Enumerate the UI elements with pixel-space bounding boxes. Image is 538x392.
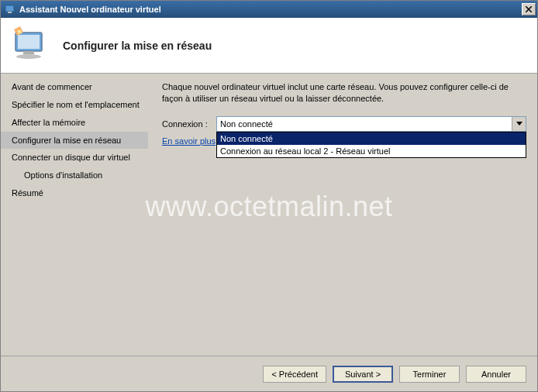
- chevron-down-icon: [512, 117, 526, 131]
- connection-combobox[interactable]: Non connecté: [216, 116, 526, 132]
- page-title: Configurer la mise en réseau: [63, 40, 212, 52]
- app-icon: [4, 3, 16, 15]
- connection-row: Connexion : Non connecté Non connecté Co…: [162, 116, 526, 132]
- next-button[interactable]: Suivant >: [333, 366, 393, 383]
- svg-rect-1: [8, 12, 12, 13]
- sidebar-item-memory[interactable]: Affecter la mémoire: [1, 114, 148, 132]
- connection-dropdown: Non connecté Connexion au réseau local 2…: [216, 132, 526, 158]
- previous-button[interactable]: < Précédent: [263, 366, 326, 383]
- close-button[interactable]: [522, 3, 536, 15]
- dropdown-option-not-connected[interactable]: Non connecté: [217, 132, 526, 145]
- finish-button[interactable]: Terminer: [399, 366, 460, 383]
- dropdown-option-local-2[interactable]: Connexion au réseau local 2 - Réseau vir…: [217, 145, 526, 157]
- sidebar-item-name-location[interactable]: Spécifier le nom et l'emplacement: [1, 96, 148, 114]
- description-text: Chaque nouvel ordinateur virtuel inclut …: [162, 81, 526, 105]
- connection-label: Connexion :: [162, 119, 216, 129]
- sidebar-item-disk[interactable]: Connecter un disque dur virtuel: [1, 149, 148, 167]
- cancel-button[interactable]: Annuler: [466, 366, 526, 383]
- footer: < Précédent Suivant > Terminer Annuler: [1, 356, 537, 391]
- connection-combo-wrap: Non connecté Non connecté Connexion au r…: [216, 116, 526, 132]
- svg-point-7: [16, 54, 41, 59]
- connection-value: Non connecté: [220, 119, 273, 129]
- svg-rect-6: [23, 51, 34, 54]
- sidebar-item-install-options[interactable]: Options d'installation: [1, 167, 148, 184]
- svg-rect-0: [5, 5, 14, 12]
- sidebar: Avant de commencer Spécifier le nom et l…: [1, 74, 148, 356]
- sidebar-item-before-start[interactable]: Avant de commencer: [1, 78, 148, 96]
- header-panel: Configurer la mise en réseau: [1, 18, 537, 74]
- window-title: Assistant Nouvel ordinateur virtuel: [19, 5, 522, 14]
- sidebar-item-network[interactable]: Configurer la mise en réseau: [1, 132, 148, 150]
- learn-more-link[interactable]: En savoir plus: [162, 136, 216, 146]
- wizard-icon: [9, 24, 52, 67]
- svg-marker-10: [516, 122, 522, 126]
- content-panel: Chaque nouvel ordinateur virtuel inclut …: [148, 74, 537, 356]
- sidebar-item-summary[interactable]: Résumé: [1, 184, 148, 202]
- wizard-window: Assistant Nouvel ordinateur virtuel Conf…: [0, 0, 538, 392]
- body: Avant de commencer Spécifier le nom et l…: [1, 74, 537, 356]
- titlebar: Assistant Nouvel ordinateur virtuel: [1, 1, 537, 18]
- svg-rect-5: [18, 35, 40, 49]
- close-icon: [526, 6, 532, 12]
